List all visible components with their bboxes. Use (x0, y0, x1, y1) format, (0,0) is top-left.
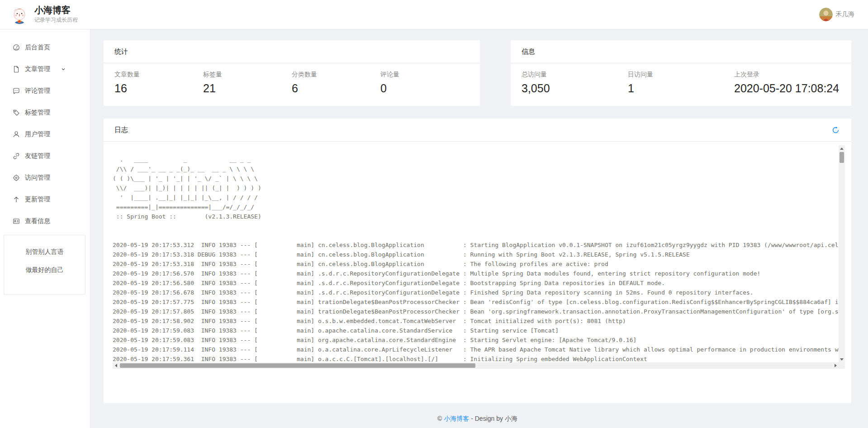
metric-value: 16 (114, 82, 203, 95)
metric-tags: 标签量 21 (203, 71, 292, 95)
info-card: 信息 总访问量 3,050 日访问量 1 上次登录 2020-05-20 17:… (511, 40, 851, 106)
sidebar-item-label: 后台首页 (25, 43, 50, 52)
refresh-button[interactable] (831, 125, 840, 135)
horizontal-scrollbar-thumb[interactable] (120, 363, 475, 368)
motto-line-1: 别管别人言语 (7, 248, 82, 256)
metric-value: 1 (628, 82, 734, 95)
log-card: 日志 . ____ _ __ _ _ /\\ / ___'_ __ _ _(_)… (104, 119, 851, 403)
main-area: 统计 文章数量 16 标签量 21 分类数量 6 评论量 (91, 0, 868, 428)
sidebar-item-label: 友链管理 (25, 152, 50, 160)
blog-subtitle: 记录学习成长历程 (34, 16, 78, 24)
metric-label: 标签量 (203, 71, 292, 79)
reload-icon (832, 126, 840, 134)
stats-card: 统计 文章数量 16 标签量 21 分类数量 6 评论量 (104, 40, 480, 106)
file-icon (13, 66, 20, 73)
metric-label: 总访问量 (522, 71, 628, 79)
sidebar-item-comments[interactable]: 评论管理 (0, 80, 90, 102)
scroll-right-button[interactable] (832, 362, 839, 369)
metric-comments: 评论量 0 (380, 71, 469, 95)
metric-label: 文章数量 (114, 71, 203, 79)
metric-label: 分类数量 (292, 71, 380, 79)
dashboard-icon (13, 44, 20, 51)
user-icon (13, 131, 20, 138)
sidebar-item-label: 文章管理 (25, 65, 50, 73)
metric-daily-visits: 日访问量 1 (628, 71, 734, 95)
log-viewport: . ____ _ __ _ _ /\\ / ___'_ __ _ _(_)_ _… (113, 145, 845, 369)
sidebar-item-label: 用户管理 (25, 130, 50, 138)
aim-icon (13, 174, 20, 181)
sidebar-item-visits[interactable]: 访问管理 (0, 167, 90, 189)
top-header: 小海博客 记录学习成长历程 禾几海 (0, 0, 868, 29)
horizontal-scrollbar[interactable] (113, 362, 839, 369)
metric-articles: 文章数量 16 (114, 71, 203, 95)
footer-designer: - Design by 小海 (469, 415, 517, 422)
sidebar-item-users[interactable]: 用户管理 (0, 124, 90, 145)
scroll-down-button[interactable] (839, 356, 845, 362)
metric-label: 日访问量 (628, 71, 734, 79)
metric-value: 3,050 (522, 82, 628, 95)
vertical-scrollbar-thumb[interactable] (840, 152, 844, 163)
metric-value: 0 (380, 82, 469, 95)
info-card-title: 信息 (511, 40, 851, 63)
user-avatar (819, 8, 833, 21)
tag-icon (13, 109, 20, 116)
metric-categories: 分类数量 6 (292, 71, 380, 95)
metric-total-visits: 总访问量 3,050 (522, 71, 628, 95)
motto-line-2: 做最好的自己 (7, 266, 82, 274)
sidebar-item-articles[interactable]: 文章管理 (0, 58, 90, 80)
log-card-title: 日志 (114, 126, 128, 134)
log-pre: . ____ _ __ _ _ /\\ / ___'_ __ _ _(_)_ _… (113, 145, 839, 362)
chevron-down-icon (61, 67, 66, 71)
footer: © 小海博客 - Design by 小海 (104, 403, 851, 428)
sidebar-item-label: 评论管理 (25, 87, 50, 95)
scroll-left-button[interactable] (113, 362, 119, 369)
metric-label: 上次登录 (734, 71, 840, 79)
metric-value: 21 (203, 82, 292, 95)
sidebar-item-tags[interactable]: 标签管理 (0, 102, 90, 124)
blog-logo-avatar (10, 5, 29, 24)
sidebar-item-updates[interactable]: 更新管理 (0, 189, 90, 210)
brand[interactable]: 小海博客 记录学习成长历程 (10, 5, 78, 24)
sidebar-item-view-info[interactable]: 查看信息 (0, 210, 90, 232)
metric-last-login: 上次登录 2020-05-20 17:08:24 (734, 71, 840, 95)
footer-blog-link[interactable]: 小海博客 (444, 415, 469, 422)
metric-label: 评论量 (380, 71, 469, 79)
sidebar-motto: 别管别人言语 做最好的自己 (4, 235, 85, 295)
link-icon (13, 152, 20, 160)
blog-title: 小海博客 (34, 5, 78, 15)
user-menu[interactable]: 禾几海 (819, 8, 854, 21)
comment-icon (13, 87, 20, 95)
user-name: 禾几海 (835, 10, 854, 19)
metric-value: 6 (292, 82, 380, 95)
footer-copyright: © (437, 415, 444, 422)
scroll-up-button[interactable] (839, 145, 845, 152)
sidebar-item-label: 更新管理 (25, 195, 50, 204)
sidebar-item-label: 标签管理 (25, 109, 50, 117)
scrollbar-corner (839, 362, 845, 369)
sidebar-item-label: 查看信息 (25, 217, 50, 225)
arrow-up-icon (13, 196, 20, 203)
sidebar-item-dashboard[interactable]: 后台首页 (0, 37, 90, 58)
sidebar: 后台首页 文章管理 评论管理 (0, 29, 90, 428)
stats-card-title: 统计 (104, 40, 480, 63)
metric-value: 2020-05-20 17:08:24 (734, 82, 840, 95)
idcard-icon (13, 218, 20, 225)
vertical-scrollbar[interactable] (839, 145, 845, 362)
sidebar-item-label: 访问管理 (25, 174, 50, 182)
sidebar-item-links[interactable]: 友链管理 (0, 145, 90, 167)
